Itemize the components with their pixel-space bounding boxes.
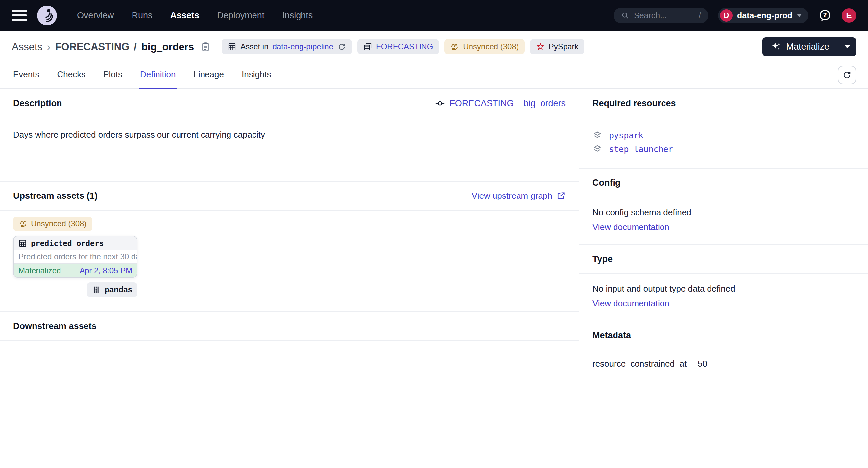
search-placeholder: Search... (634, 11, 667, 21)
asset-page-header: Assets › FORECASTING / big_orders Asset … (0, 31, 868, 62)
chevron-down-icon (845, 46, 850, 48)
asset-node-name: predicted_orders (31, 239, 104, 247)
unsynced-label: Unsynced (308) (463, 42, 519, 51)
asset-name: big_orders (142, 41, 194, 53)
op-graph-link[interactable]: FORECASTING__big_orders (435, 98, 565, 109)
help-icon: ? (818, 8, 832, 22)
tag-unsynced[interactable]: Unsynced (308) (444, 39, 524, 54)
search-icon (621, 11, 629, 20)
refresh-icon (842, 70, 852, 80)
pyspark-label: PySpark (549, 42, 579, 51)
tab-plots[interactable]: Plots (102, 69, 124, 88)
view-upstream-graph-link[interactable]: View upstream graph (472, 191, 565, 201)
tab-checks[interactable]: Checks (56, 69, 87, 88)
type-section-body: No input and output type data defined Vi… (579, 274, 868, 321)
asset-node-description: Predicted orders for the next 30 day... (14, 250, 137, 264)
type-empty-message: No input and output type data defined (592, 284, 855, 294)
top-nav: Overview Runs Assets Deployment Insights… (0, 0, 868, 31)
asset-node-header: predicted_orders (14, 236, 137, 250)
asset-tabs: Events Checks Plots Definition Lineage I… (0, 62, 868, 89)
tag-asset-in-job[interactable]: Asset in data-eng-pipeline (222, 39, 352, 54)
type-docs-link[interactable]: View documentation (592, 298, 855, 309)
breadcrumb-group[interactable]: FORECASTING (55, 41, 129, 53)
upstream-unsynced-badge: Unsynced (308) (13, 216, 92, 231)
op-graph-link-label: FORECASTING__big_orders (450, 98, 565, 109)
dagster-logo-icon[interactable] (37, 5, 57, 26)
nav-item-insights[interactable]: Insights (282, 10, 313, 21)
layers-icon (592, 130, 602, 140)
menu-icon[interactable] (12, 10, 27, 21)
table-icon (19, 239, 27, 247)
resource-link-step-launcher[interactable]: step_launcher (609, 145, 673, 154)
tag-job-prefix: Asset in (240, 42, 268, 51)
materialization-timestamp-link[interactable]: Apr 2, 8:05 PM (80, 266, 132, 275)
config-section-body: No config schema defined View documentat… (579, 198, 868, 244)
materialize-label: Materialize (786, 42, 829, 52)
pandas-icon (92, 285, 101, 294)
metadata-title: Metadata (592, 330, 631, 341)
config-docs-link[interactable]: View documentation (592, 222, 855, 232)
resource-link-pyspark[interactable]: pyspark (609, 131, 644, 140)
upstream-assets-list: Unsynced (308) predicted_orders Predicte… (0, 211, 579, 311)
materialize-dropdown-button[interactable] (838, 37, 856, 56)
nav-item-overview[interactable]: Overview (77, 10, 114, 21)
breadcrumb-separator: › (47, 41, 51, 53)
help-button[interactable]: ? (818, 8, 832, 22)
tab-definition[interactable]: Definition (139, 69, 177, 89)
nav-item-deployment[interactable]: Deployment (217, 10, 265, 21)
required-resources-list: pyspark step_launcher (579, 118, 868, 168)
definition-main-panel: Description FORECASTING__big_orders Days… (0, 89, 579, 468)
svg-text:?: ? (823, 11, 827, 19)
sync-alert-icon (19, 220, 28, 228)
config-empty-message: No config schema defined (592, 207, 855, 217)
upstream-asset-node[interactable]: predicted_orders Predicted orders for th… (13, 236, 137, 278)
asset-group-icon (363, 42, 372, 51)
required-resources-header: Required resources (579, 89, 868, 118)
deployment-badge: D (720, 9, 733, 22)
upstream-section-header: Upstream assets (1) View upstream graph (0, 181, 579, 211)
resource-row: pyspark (592, 128, 855, 142)
description-body: Days where predicted orders surpass our … (0, 118, 579, 181)
sparkle-icon (771, 41, 781, 52)
description-title: Description (13, 98, 62, 109)
materialize-split-button: Materialize (763, 37, 856, 56)
breadcrumb-divider: / (134, 41, 137, 53)
spark-star-icon (536, 42, 545, 51)
external-link-icon (556, 191, 565, 200)
tab-events[interactable]: Events (12, 69, 41, 88)
asset-tags: Asset in data-eng-pipeline FORECASTING U… (222, 39, 584, 54)
deployment-switcher[interactable]: D data-eng-prod (718, 7, 808, 23)
kind-tag-pandas[interactable]: pandas (87, 282, 137, 297)
copy-icon[interactable] (200, 41, 211, 52)
upstream-unsynced-label: Unsynced (308) (31, 219, 87, 228)
breadcrumb: Assets › FORECASTING / big_orders (12, 41, 194, 53)
type-section-header: Type (579, 244, 868, 274)
breadcrumb-assets-link[interactable]: Assets (12, 41, 42, 53)
job-link[interactable]: data-eng-pipeline (273, 42, 333, 51)
asset-node-status-row: Materialized Apr 2, 8:05 PM (14, 264, 137, 277)
primary-nav: Overview Runs Assets Deployment Insights (77, 10, 313, 21)
metadata-key: resource_constrained_at (592, 359, 698, 369)
view-upstream-graph-label: View upstream graph (472, 191, 552, 201)
tab-lineage[interactable]: Lineage (192, 69, 225, 88)
metadata-section-header: Metadata (579, 321, 868, 350)
nav-item-runs[interactable]: Runs (132, 10, 153, 21)
table-icon (227, 42, 237, 51)
tab-insights[interactable]: Insights (240, 69, 273, 88)
refresh-button[interactable] (838, 66, 856, 84)
user-avatar[interactable]: E (842, 8, 856, 23)
search-input[interactable]: Search... / (614, 7, 708, 23)
refresh-icon[interactable] (337, 42, 346, 51)
definition-side-panel: Required resources pyspark step_launcher… (579, 89, 868, 468)
tag-pyspark[interactable]: PySpark (530, 39, 585, 54)
chevron-down-icon (797, 14, 802, 17)
downstream-title: Downstream assets (13, 321, 97, 331)
search-shortcut-hint: / (699, 11, 701, 21)
resource-row: step_launcher (592, 142, 855, 156)
downstream-section-header: Downstream assets (0, 311, 579, 341)
materialize-button[interactable]: Materialize (763, 37, 838, 56)
nav-item-assets[interactable]: Assets (170, 10, 199, 21)
description-section-header: Description FORECASTING__big_orders (0, 89, 579, 118)
upstream-title: Upstream assets (1) (13, 191, 98, 201)
tag-group-forecasting[interactable]: FORECASTING (358, 39, 439, 54)
